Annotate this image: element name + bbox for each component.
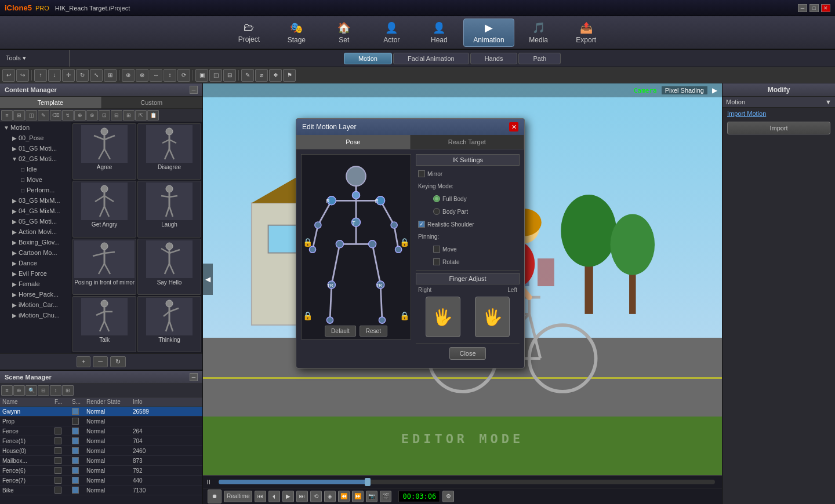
full-body-radio[interactable] — [433, 195, 440, 202]
tree-evil-force[interactable]: ▶ Evil Force — [0, 268, 71, 279]
tool-3[interactable]: ↔ — [150, 69, 162, 82]
scene-row-fence1[interactable]: Fence(1) Normal 704 — [0, 436, 202, 446]
cm-tool-13[interactable]: 📋 — [147, 110, 159, 120]
scene-row-house[interactable]: House(0) Normal 2460 — [0, 446, 202, 456]
row-gwynn-s[interactable] — [72, 408, 79, 415]
thumb-posing[interactable]: Posing in front of mirror — [72, 239, 136, 295]
scene-row-gwynn[interactable]: Gwynn Normal 26589 — [0, 407, 202, 417]
prev-key-button[interactable]: ⏪ — [338, 491, 350, 502]
play-button[interactable]: ▶ — [282, 491, 294, 502]
tree-boxing[interactable]: ▶ Boxing_Glov... — [0, 237, 71, 247]
tree-female[interactable]: ▶ Female — [0, 279, 71, 289]
transform-tool[interactable]: ⊞ — [104, 69, 117, 82]
timeline-track[interactable] — [219, 480, 715, 484]
tree-motion[interactable]: ▼ Motion — [0, 122, 71, 133]
maximize-button[interactable]: □ — [809, 4, 819, 12]
capture-button[interactable]: 📷 — [366, 491, 377, 502]
tool-4[interactable]: ↕ — [164, 69, 176, 82]
tab-hands[interactable]: Hands — [470, 53, 518, 64]
sm-tool-6[interactable]: ⊞ — [62, 385, 74, 396]
thumb-laugh[interactable]: Laugh — [137, 181, 201, 237]
tree-03-g5[interactable]: ▶ 03_G5 MixM... — [0, 195, 71, 206]
row-fence-s[interactable] — [72, 428, 79, 434]
nav-project[interactable]: 🗁 Project — [226, 19, 272, 46]
sm-tool-3[interactable]: 🔍 — [26, 385, 37, 396]
expand-viewport-button[interactable]: ▶ — [712, 86, 717, 94]
tree-05-g5[interactable]: ▶ 05_G5 Moti... — [0, 216, 71, 227]
thumb-say-hello[interactable]: Say Hello — [137, 239, 201, 295]
scene-row-fence7[interactable]: Fence(7) Normal 440 — [0, 476, 202, 485]
remove-motion-button[interactable]: ─ — [93, 356, 108, 367]
prev-frame-button[interactable]: ⏮ — [255, 491, 266, 502]
tree-00-pose[interactable]: ▶ 00_Pose — [0, 133, 71, 143]
tab-path[interactable]: Path — [518, 53, 561, 64]
row-house-s[interactable] — [72, 447, 79, 454]
cm-tool-3[interactable]: ◫ — [26, 110, 37, 120]
refresh-motion-button[interactable]: ↻ — [110, 356, 126, 367]
left-panel-toggle[interactable]: ◀ — [203, 264, 213, 295]
sm-tool-1[interactable]: ≡ — [1, 385, 13, 396]
left-lock-icon[interactable]: 🔒 — [303, 238, 313, 247]
record-button[interactable]: ⏺ — [208, 490, 222, 503]
tree-imotion-chu[interactable]: ▶ iMotion_Chu... — [0, 310, 71, 320]
row-prop-s[interactable] — [72, 418, 79, 425]
row-bike-s[interactable] — [72, 487, 79, 494]
thumb-get-angry[interactable]: Get Angry — [72, 181, 136, 237]
modify-motion-dropdown[interactable]: Motion ▼ — [723, 97, 835, 108]
scene-row-prop[interactable]: Prop Normal — [0, 417, 202, 426]
content-manager-minimize[interactable]: ─ — [190, 86, 198, 94]
sm-tool-2[interactable]: ⊕ — [13, 385, 25, 396]
thumb-agree[interactable]: Agree — [72, 123, 136, 180]
row-fence7-s[interactable] — [72, 477, 79, 484]
tree-01-g5[interactable]: ▶ 01_G5 Moti... — [0, 143, 71, 154]
cm-tool-2[interactable]: ⊞ — [13, 110, 25, 120]
flag-btn[interactable]: ⚑ — [283, 69, 296, 82]
play-rev-button[interactable]: ⏴ — [268, 491, 280, 502]
import-button[interactable]: Import — [727, 122, 830, 134]
tree-perform[interactable]: □ Perform... — [0, 185, 71, 195]
tools-menu[interactable]: Tools ▾ — [0, 50, 70, 67]
dialog-close-btn[interactable]: Close — [449, 347, 485, 360]
scene-row-mailbox[interactable]: Mailbox... Normal 873 — [0, 456, 202, 466]
tool-1[interactable]: ⊕ — [122, 69, 135, 82]
cm-tool-6[interactable]: ↯ — [62, 110, 74, 120]
tree-04-g5[interactable]: ▶ 04_G5 MixM... — [0, 206, 71, 216]
tree-dance[interactable]: ▶ Dance — [0, 258, 71, 268]
row-mailbox-s[interactable] — [72, 457, 79, 464]
right-lock-icon[interactable]: 🔒 — [400, 238, 409, 247]
row-mailbox-f[interactable] — [55, 457, 61, 464]
tab-motion[interactable]: Motion — [344, 53, 392, 64]
dialog-title-bar[interactable]: Edit Motion Layer ✕ — [296, 119, 524, 135]
nav-stage[interactable]: 🎭 Stage — [273, 19, 320, 46]
row-fence1-f[interactable] — [55, 437, 61, 444]
view-btn-2[interactable]: ◫ — [209, 69, 222, 82]
default-button[interactable]: Default — [325, 326, 356, 337]
tree-move[interactable]: □ Move — [0, 174, 71, 185]
dialog-tab-pose[interactable]: Pose — [296, 135, 411, 149]
sm-tool-5[interactable]: ↕ — [50, 385, 61, 396]
mirror-checkbox[interactable] — [418, 170, 425, 177]
view-btn-3[interactable]: ⊟ — [223, 69, 236, 82]
dialog-close-button[interactable]: ✕ — [509, 122, 518, 132]
thumb-talk[interactable]: Talk — [72, 296, 136, 352]
tree-cartoon[interactable]: ▶ Cartoon Mo... — [0, 247, 71, 258]
next-key-button[interactable]: ⏩ — [352, 491, 364, 502]
add-motion-button[interactable]: + — [77, 356, 90, 367]
thumb-disagree[interactable]: Disagree — [137, 123, 201, 180]
right-lock-bottom-icon[interactable]: 🔒 — [400, 311, 409, 320]
scene-row-fence6[interactable]: Fence(6) Normal 792 — [0, 466, 202, 476]
nav-animation[interactable]: ▶ Animation — [463, 19, 514, 47]
move-checkbox[interactable] — [433, 246, 440, 253]
thumb-thinking[interactable]: Thinking — [137, 296, 201, 352]
scale-tool[interactable]: ⤡ — [90, 69, 103, 82]
row-fence7-f[interactable] — [55, 477, 61, 484]
nav-media[interactable]: 🎵 Media — [515, 19, 562, 46]
keyframe-button[interactable]: ◈ — [324, 491, 336, 502]
move-tool[interactable]: ✛ — [62, 69, 75, 82]
paint-btn[interactable]: ⌀ — [255, 69, 268, 82]
scene-row-bike[interactable]: Bike Normal 7130 — [0, 485, 202, 495]
realistic-shoulder-checkbox[interactable]: ✓ — [418, 221, 425, 228]
tree-action[interactable]: ▶ Action Movi... — [0, 227, 71, 237]
realtime-button[interactable]: Realtime — [224, 491, 252, 502]
nav-head[interactable]: 👤 Head — [416, 19, 462, 46]
